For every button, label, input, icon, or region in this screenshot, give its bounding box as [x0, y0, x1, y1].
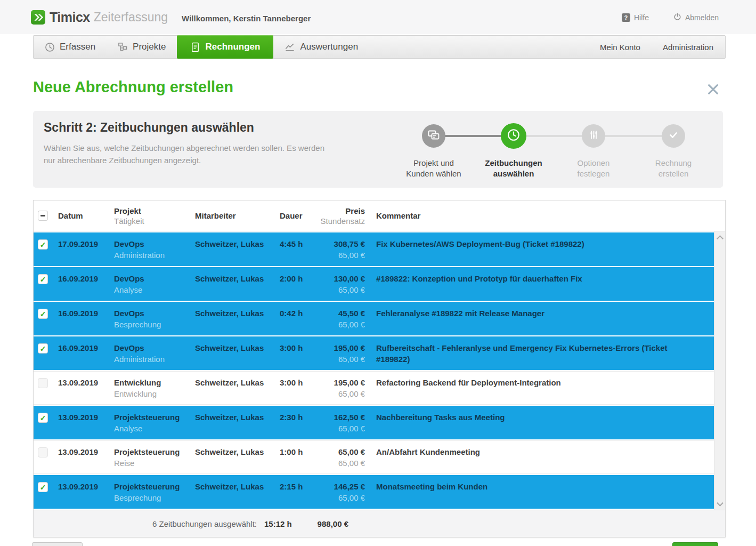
- close-button[interactable]: [705, 82, 721, 98]
- cell-project: Entwicklung: [114, 377, 195, 388]
- cell-duration: 3:00 h: [280, 378, 303, 387]
- scroll-down-icon[interactable]: [717, 500, 724, 507]
- step-optionen[interactable]: [582, 124, 605, 148]
- row-checkbox[interactable]: [38, 378, 48, 388]
- select-all-checkbox[interactable]: [38, 211, 48, 221]
- top-header: Timicx Zeiterfassung Willkommen, Kerstin…: [0, 0, 756, 34]
- tab-label: Rechnungen: [205, 42, 260, 52]
- help-icon: [622, 13, 630, 22]
- cell-comment: Monatsmeeting beim Kunden: [376, 482, 487, 491]
- cell-rate: 65,00 €: [315, 319, 365, 330]
- top-actions: Hilfe Abmelden: [622, 13, 719, 22]
- table-scrollbar[interactable]: [714, 231, 725, 510]
- table-row[interactable]: 16.09.2019 DevOps Analyse Schweitzer, Lu…: [34, 267, 714, 301]
- cell-date: 16.09.2019: [58, 343, 98, 352]
- sliders-icon: [587, 129, 600, 143]
- cell-rate: 65,00 €: [315, 423, 365, 434]
- cell-employee: Schweitzer, Lukas: [195, 378, 264, 387]
- cell-price: 195,00 €: [315, 342, 365, 354]
- back-button-partial[interactable]: [32, 542, 83, 546]
- column-header-datum[interactable]: Datum: [58, 211, 114, 221]
- column-header-preis[interactable]: Preis: [315, 206, 365, 216]
- cell-comment: An/Abfahrt Kundenmeeting: [376, 447, 480, 456]
- cell-duration: 1:00 h: [280, 447, 303, 456]
- step-label-optionen: Optionen festlegen: [551, 158, 636, 179]
- cell-duration: 0:42 h: [280, 309, 303, 318]
- step-label-zeitbuchungen: Zeitbuchungen auswählen: [471, 158, 556, 179]
- tab-rechnungen[interactable]: Rechnungen: [177, 35, 273, 59]
- cell-rate: 65,00 €: [315, 354, 365, 365]
- step-zeitbuchungen[interactable]: [501, 123, 526, 149]
- row-checkbox[interactable]: [38, 447, 48, 457]
- table-row[interactable]: 13.09.2019 Projektsteuerung Besprechung …: [34, 475, 714, 509]
- column-header-kommentar[interactable]: Kommentar: [376, 211, 685, 221]
- column-header-mitarbeiter[interactable]: Mitarbeiter: [195, 211, 280, 221]
- brand: Timicx Zeiterfassung Willkommen, Kerstin…: [31, 0, 311, 34]
- row-checkbox[interactable]: [38, 309, 48, 319]
- cell-date: 16.09.2019: [58, 274, 98, 283]
- tab-erfassen[interactable]: Erfassen: [34, 36, 107, 58]
- cell-comment: #189822: Konzeption und Prototyp für dau…: [376, 274, 582, 283]
- table-header-row: Datum Projekt Tätigkeit Mitarbeiter Daue…: [34, 200, 725, 231]
- cell-date: 13.09.2019: [58, 447, 98, 456]
- row-checkbox[interactable]: [38, 413, 48, 423]
- nav-administration[interactable]: Administration: [663, 43, 713, 52]
- next-button-partial[interactable]: [672, 542, 718, 546]
- power-icon: [673, 13, 681, 22]
- step-projekt-und-kunden[interactable]: [422, 124, 445, 148]
- cell-duration: 4:45 h: [280, 239, 303, 248]
- cell-duration: 3:00 h: [280, 343, 303, 352]
- cell-rate: 65,00 €: [315, 457, 365, 469]
- total-duration: 15:12 h: [264, 519, 297, 528]
- cell-project: DevOps: [114, 342, 195, 354]
- table-body: 17.09.2019 DevOps Administration Schweit…: [34, 231, 714, 510]
- cell-rate: 65,00 €: [315, 284, 365, 295]
- table-row[interactable]: 13.09.2019 Projektsteuerung Analyse Schw…: [34, 406, 714, 439]
- cell-rate: 65,00 €: [315, 492, 365, 503]
- tab-auswertungen[interactable]: Auswertungen: [273, 36, 369, 58]
- cell-project: DevOps: [114, 308, 195, 319]
- column-header-dauer[interactable]: Dauer: [280, 211, 315, 221]
- row-checkbox[interactable]: [38, 482, 48, 492]
- table-row[interactable]: 13.09.2019 Projektsteuerung Reise Schwei…: [34, 440, 714, 474]
- cell-activity: Administration: [114, 250, 195, 261]
- help-link[interactable]: Hilfe: [622, 13, 649, 22]
- column-header-projekt[interactable]: Projekt: [114, 206, 195, 216]
- cell-activity: Besprechung: [114, 492, 195, 503]
- cell-employee: Schweitzer, Lukas: [195, 413, 264, 422]
- logout-label: Abmelden: [685, 13, 719, 22]
- cell-activity: Analyse: [114, 423, 195, 434]
- cell-comment: Rufbereitschaft - Fehleranlyse und Emerg…: [376, 343, 668, 364]
- table-row[interactable]: 16.09.2019 DevOps Besprechung Schweitzer…: [34, 302, 714, 335]
- cell-activity: Analyse: [114, 284, 195, 295]
- table-row[interactable]: 13.09.2019 Entwicklung Entwicklung Schwe…: [34, 371, 714, 405]
- nav-mein-konto[interactable]: Mein Konto: [600, 43, 640, 52]
- cell-employee: Schweitzer, Lukas: [195, 447, 264, 456]
- cell-price: 45,50 €: [315, 308, 365, 319]
- cell-price: 195,00 €: [315, 377, 365, 388]
- cell-employee: Schweitzer, Lukas: [195, 482, 264, 491]
- brand-suffix: Zeiterfassung: [94, 10, 168, 25]
- cell-rate: 65,00 €: [315, 250, 365, 261]
- row-checkbox[interactable]: [38, 274, 48, 284]
- table-row[interactable]: 16.09.2019 DevOps Administration Schweit…: [34, 336, 714, 370]
- cell-project: DevOps: [114, 273, 195, 284]
- table-row[interactable]: 17.09.2019 DevOps Administration Schweit…: [34, 232, 714, 266]
- cell-duration: 2:15 h: [280, 482, 303, 491]
- cell-activity: Entwicklung: [114, 388, 195, 399]
- cell-project: DevOps: [114, 238, 195, 250]
- cell-duration: 2:30 h: [280, 413, 303, 422]
- cell-rate: 65,00 €: [315, 388, 365, 399]
- row-checkbox[interactable]: [38, 239, 48, 250]
- cell-date: 16.09.2019: [58, 309, 98, 318]
- row-checkbox[interactable]: [38, 343, 48, 354]
- cell-project: Projektsteuerung: [114, 481, 195, 492]
- step-rechnung-erstellen[interactable]: [662, 124, 685, 148]
- tab-projekte[interactable]: Projekte: [107, 36, 177, 58]
- cards-icon: [427, 129, 440, 143]
- scroll-up-icon[interactable]: [717, 235, 724, 242]
- cell-price: 162,50 €: [315, 412, 365, 423]
- cell-price: 65,00 €: [315, 446, 365, 457]
- step-label-rechnung: Rechnung erstellen: [631, 158, 716, 179]
- logout-link[interactable]: Abmelden: [673, 13, 719, 22]
